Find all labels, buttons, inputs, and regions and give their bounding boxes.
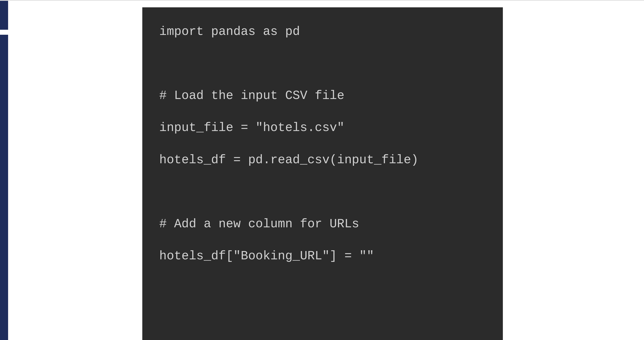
top-border <box>0 0 644 1</box>
code-comment-add-column: # Add a new column for URLs <box>159 216 486 232</box>
left-sidebar-tab-1[interactable] <box>0 1 8 30</box>
code-line-read-csv: hotels_df = pd.read_csv(input_file) <box>159 152 486 168</box>
code-line-input-file: input_file = "hotels.csv" <box>159 120 486 136</box>
blank-line <box>159 40 486 72</box>
code-block[interactable]: import pandas as pd # Load the input CSV… <box>142 7 503 340</box>
blank-line <box>159 200 486 216</box>
code-line-import: import pandas as pd <box>159 24 486 40</box>
blank-line <box>159 136 486 152</box>
blank-line <box>159 104 486 120</box>
blank-line <box>159 232 486 248</box>
left-sidebar-tab-2[interactable] <box>0 35 8 340</box>
blank-line <box>159 72 486 88</box>
code-line-booking-url: hotels_df["Booking_URL"] = "" <box>159 248 486 264</box>
code-comment-load: # Load the input CSV file <box>159 88 486 104</box>
blank-line <box>159 168 486 200</box>
